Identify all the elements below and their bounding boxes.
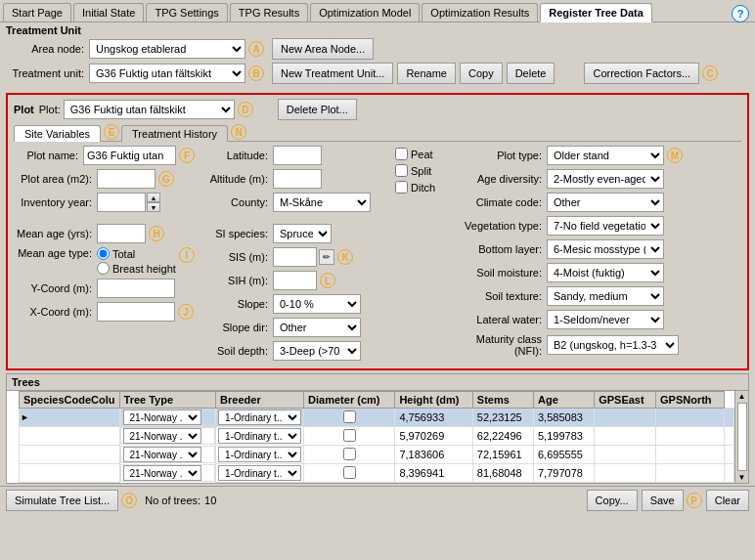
- si-species-select[interactable]: Spruce: [273, 224, 332, 243]
- middle-column: Latitude: 56 Altitude (m): 10 County: M-…: [200, 146, 390, 365]
- type-select[interactable]: 1-Ordinary t...: [218, 428, 301, 444]
- slope-dir-select[interactable]: Other: [273, 318, 361, 337]
- copy-treatment-button[interactable]: Copy: [460, 63, 503, 84]
- cell-type: 1-Ordinary t...: [216, 427, 304, 446]
- breeder-checkbox[interactable]: [343, 448, 356, 460]
- slope-select[interactable]: 0-10 %: [273, 294, 361, 314]
- species-select[interactable]: 21-Norway ...: [123, 409, 201, 425]
- county-select[interactable]: M-Skåne: [273, 193, 371, 212]
- plot-select[interactable]: G36 Fuktig utan fältskikt: [64, 100, 235, 119]
- table-row[interactable]: ►21-Norway ...1-Ordinary t...4,75693352,…: [20, 409, 734, 427]
- tab-optimization-results[interactable]: Optimization Results: [422, 3, 538, 22]
- soil-depth-select[interactable]: 3-Deep (>70 cm): [273, 341, 361, 361]
- plot-label: Plot:: [39, 104, 61, 115]
- soil-moisture-select[interactable]: 4-Moist (fuktig): [547, 263, 664, 282]
- cell-type: 1-Ordinary t...: [216, 464, 304, 483]
- breeder-checkbox[interactable]: [343, 429, 356, 442]
- plot-area-input[interactable]: 300: [97, 169, 155, 189]
- circle-m: M: [667, 148, 683, 163]
- cell-species: 21-Norway ...: [120, 446, 216, 463]
- tab-tpg-results[interactable]: TPG Results: [230, 3, 308, 22]
- table-row[interactable]: 21-Norway ...1-Ordinary t...7,18360672,1…: [20, 446, 734, 464]
- help-button[interactable]: ?: [732, 5, 749, 22]
- radio-breast-height[interactable]: [97, 262, 110, 275]
- inventory-year-input[interactable]: 2011: [97, 193, 146, 212]
- col-gpsnorth: GPSNorth: [656, 392, 725, 409]
- cell-gpsnorth: [724, 427, 733, 446]
- simulate-tree-list-button[interactable]: Simulate Tree List...: [6, 490, 118, 511]
- species-select[interactable]: 21-Norway ...: [123, 465, 201, 481]
- maturity-select[interactable]: B2 (ungskog, h=1.3-3 m): [547, 335, 679, 355]
- type-select[interactable]: 1-Ordinary t...: [218, 447, 301, 462]
- radio-total[interactable]: [97, 247, 110, 260]
- clear-button[interactable]: Clear: [706, 490, 749, 511]
- scrollbar[interactable]: ▲ ▼: [734, 391, 748, 483]
- peat-checkbox[interactable]: [395, 148, 408, 160]
- tab-optimization-model[interactable]: Optimization Model: [310, 3, 420, 22]
- tab-register-tree-data[interactable]: Register Tree Data: [540, 3, 652, 22]
- x-coord-input[interactable]: [97, 302, 175, 322]
- scroll-up[interactable]: ▲: [738, 392, 746, 401]
- sih-row: SIH (m): L: [200, 271, 390, 290]
- species-select[interactable]: 21-Norway ...: [123, 447, 201, 462]
- plot-type-row: Plot type: Older stand M: [454, 146, 741, 165]
- vegetation-type-select[interactable]: 7-No field vegetation t...: [547, 216, 664, 236]
- type-select[interactable]: 1-Ordinary t...: [218, 465, 301, 481]
- correction-factors-button[interactable]: Correction Factors...: [584, 63, 699, 84]
- tab-tpg-settings[interactable]: TPG Settings: [146, 3, 227, 22]
- scroll-thumb[interactable]: [737, 403, 747, 471]
- circle-o: O: [121, 493, 137, 508]
- scroll-down[interactable]: ▼: [738, 473, 746, 482]
- latitude-input[interactable]: 56: [273, 146, 322, 165]
- cell-species: 21-Norway ...: [120, 464, 216, 482]
- sis-input[interactable]: 36: [273, 247, 317, 267]
- mean-age-input[interactable]: 20: [97, 224, 146, 243]
- cell-height: 62,22496: [472, 427, 533, 446]
- altitude-input[interactable]: 10: [273, 169, 322, 189]
- table-row[interactable]: 21-Norway ...1-Ordinary t...8,39694181,6…: [20, 464, 734, 483]
- area-node-select[interactable]: Ungskog etablerad: [89, 39, 245, 59]
- new-treatment-unit-button[interactable]: New Treatment Unit...: [272, 63, 393, 84]
- tab-site-variables[interactable]: Site Variables: [14, 125, 101, 142]
- new-area-node-button[interactable]: New Area Node...: [272, 38, 374, 60]
- plot-type-select[interactable]: Older stand: [547, 146, 664, 165]
- plot-area-row: Plot area (m2): 300 G: [14, 169, 195, 189]
- ditch-checkbox[interactable]: [395, 181, 408, 194]
- copy-bottom-button[interactable]: Copy...: [587, 490, 638, 511]
- treatment-unit-select[interactable]: G36 Fuktig utan fältskikt: [89, 64, 245, 83]
- tab-start-page[interactable]: Start Page: [3, 3, 71, 22]
- sih-input[interactable]: [273, 271, 317, 290]
- plot-area-label: Plot area (m2):: [14, 173, 97, 185]
- y-coord-input[interactable]: [97, 279, 175, 298]
- lateral-water-select[interactable]: 1-Seldom/never: [547, 310, 664, 329]
- circle-g: G: [158, 171, 174, 187]
- age-diversity-select[interactable]: 2-Mostly even-aged: [547, 169, 664, 189]
- climate-code-select[interactable]: Other: [547, 193, 664, 212]
- tab-treatment-history[interactable]: Treatment History: [121, 125, 228, 142]
- type-select[interactable]: 1-Ordinary t...: [218, 409, 301, 425]
- peat-label: Peat: [411, 149, 433, 160]
- species-select[interactable]: 21-Norway ...: [123, 428, 201, 444]
- split-checkbox[interactable]: [395, 164, 408, 177]
- year-spin-up[interactable]: ▲: [147, 193, 160, 202]
- delete-plot-button[interactable]: Delete Plot...: [278, 99, 357, 120]
- table-row[interactable]: 21-Norway ...1-Ordinary t...5,97026962,2…: [20, 427, 734, 446]
- plot-name-row: Plot name: F: [14, 146, 195, 165]
- soil-texture-select[interactable]: Sandy, medium: [547, 286, 664, 306]
- rename-button[interactable]: Rename: [397, 63, 456, 84]
- breeder-checkbox[interactable]: [343, 410, 356, 423]
- sis-label: SIS (m):: [200, 251, 273, 263]
- bottom-layer-select[interactable]: 6-Mesic mosstype (Fri...: [547, 239, 664, 259]
- slope-dir-label: Slope dir:: [200, 322, 273, 333]
- area-node-label: Area node:: [6, 43, 89, 55]
- sis-edit-icon[interactable]: ✏: [319, 249, 334, 265]
- delete-treatment-button[interactable]: Delete: [507, 63, 555, 84]
- treatment-unit-header: Treatment Unit: [6, 24, 749, 36]
- breeder-checkbox[interactable]: [343, 466, 356, 479]
- save-button[interactable]: Save: [642, 490, 684, 511]
- circle-i: I: [179, 247, 195, 263]
- year-spin-down[interactable]: ▼: [147, 202, 160, 212]
- tab-initial-state[interactable]: Initial State: [73, 3, 144, 22]
- y-coord-row: Y-Coord (m):: [14, 279, 195, 298]
- plot-name-input[interactable]: [83, 146, 176, 165]
